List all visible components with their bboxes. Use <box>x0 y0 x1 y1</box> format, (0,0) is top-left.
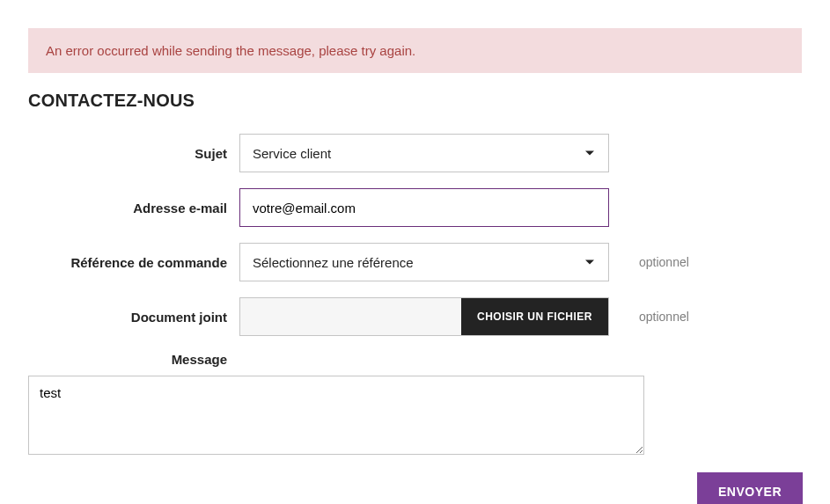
error-banner: An error occurred while sending the mess… <box>28 28 802 73</box>
label-message: Message <box>28 352 227 367</box>
label-email: Adresse e-mail <box>28 201 227 215</box>
file-input-group: Choisir un fichier <box>239 297 609 336</box>
submit-button[interactable]: Envoyer <box>697 472 803 504</box>
row-order-ref: Référence de commande Sélectionnez une r… <box>28 243 802 281</box>
message-textarea[interactable] <box>28 376 644 455</box>
subject-selected-value: Service client <box>253 146 331 161</box>
attachment-optional: optionnel <box>639 310 689 324</box>
order-ref-placeholder: Sélectionnez une référence <box>253 255 414 270</box>
file-name-display <box>240 298 461 335</box>
label-attachment: Document joint <box>28 310 227 325</box>
row-attachment: Document joint Choisir un fichier option… <box>28 297 802 336</box>
order-ref-select[interactable]: Sélectionnez une référence <box>239 243 609 281</box>
subject-select[interactable]: Service client <box>239 134 609 172</box>
label-order-ref: Référence de commande <box>28 255 227 270</box>
chevron-down-icon <box>585 151 594 156</box>
label-subject: Sujet <box>28 146 227 161</box>
row-email: Adresse e-mail <box>28 188 802 227</box>
row-message-label: Message <box>28 352 802 367</box>
chevron-down-icon <box>585 260 594 265</box>
email-input[interactable] <box>239 188 609 227</box>
choose-file-button[interactable]: Choisir un fichier <box>461 298 608 335</box>
row-subject: Sujet Service client <box>28 134 802 172</box>
order-ref-optional: optionnel <box>639 255 689 269</box>
page-title: Contactez-nous <box>28 91 802 111</box>
